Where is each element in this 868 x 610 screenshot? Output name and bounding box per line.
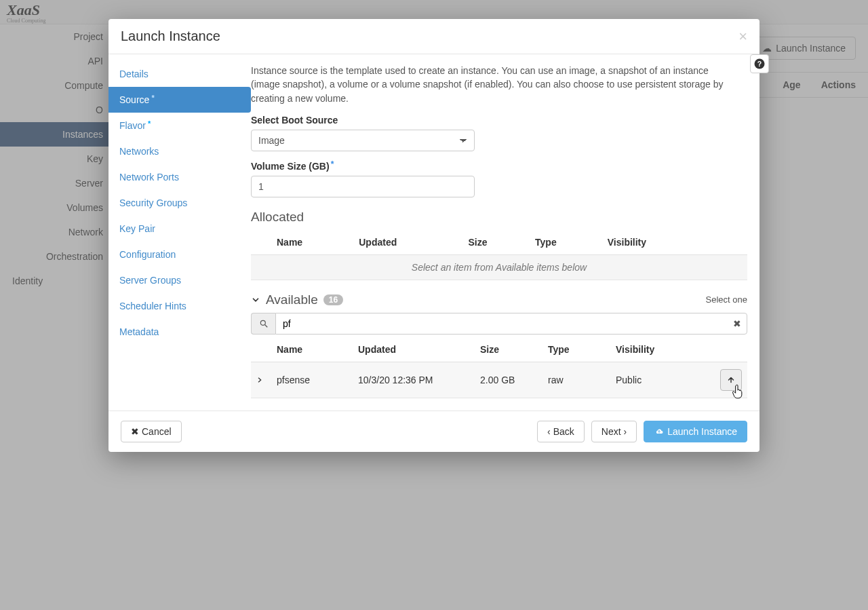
close-icon[interactable]: × (738, 29, 747, 44)
allocated-empty-message: Select an item from Available items belo… (251, 254, 747, 280)
available-filter: ✖ (251, 313, 747, 335)
step-key-pair[interactable]: Key Pair (108, 216, 251, 242)
launch-instance-modal: Launch Instance × Details Source * Flavo… (108, 19, 760, 452)
cloud-upload-icon (654, 427, 665, 436)
row-updated: 10/3/20 12:36 PM (353, 362, 475, 398)
allocate-up-button[interactable] (720, 369, 742, 391)
boot-source-select[interactable]: Image (251, 130, 475, 151)
row-name: pfsense (271, 362, 353, 398)
step-description: Instance source is the template used to … (251, 64, 747, 105)
col-size[interactable]: Size (475, 337, 542, 362)
help-icon[interactable]: ? (750, 54, 769, 73)
col-updated[interactable]: Updated (353, 230, 462, 255)
available-count-badge: 16 (323, 294, 343, 305)
step-source[interactable]: Source * (108, 87, 251, 113)
modal-title: Launch Instance (121, 28, 220, 44)
close-icon: ✖ (131, 426, 139, 437)
cancel-button[interactable]: ✖ Cancel (121, 421, 182, 442)
svg-point-2 (260, 320, 265, 325)
chevron-right-icon: › (624, 426, 627, 437)
col-type[interactable]: Type (542, 337, 610, 362)
search-icon (251, 313, 275, 335)
col-name[interactable]: Name (271, 230, 353, 255)
boot-source-label: Select Boot Source (251, 115, 747, 126)
wizard-nav: Details Source * Flavor * Networks Netwo… (108, 54, 251, 411)
step-networks[interactable]: Networks (108, 138, 251, 164)
col-size[interactable]: Size (463, 230, 530, 255)
step-configuration[interactable]: Configuration (108, 242, 251, 267)
allocated-table: Name Updated Size Type Visibility Select… (251, 230, 747, 280)
clear-filter-icon[interactable]: ✖ (727, 313, 747, 335)
allocated-heading: Allocated (251, 210, 747, 225)
col-type[interactable]: Type (530, 230, 602, 255)
step-metadata[interactable]: Metadata (108, 319, 251, 345)
chevron-left-icon: ‹ (547, 426, 551, 437)
col-visibility[interactable]: Visibility (610, 337, 713, 362)
step-details[interactable]: Details (108, 61, 251, 87)
modal-header: Launch Instance × (108, 19, 760, 54)
svg-line-3 (264, 325, 267, 328)
available-heading: Available 16 Select one (251, 292, 747, 307)
step-network-ports[interactable]: Network Ports (108, 164, 251, 190)
step-scheduler-hints[interactable]: Scheduler Hints (108, 293, 251, 319)
volume-size-input[interactable] (251, 176, 475, 197)
available-table: Name Updated Size Type Visibility pfsens… (251, 337, 747, 398)
next-button[interactable]: Next › (591, 421, 637, 442)
available-row: pfsense 10/3/20 12:36 PM 2.00 GB raw Pub… (251, 362, 747, 398)
col-name[interactable]: Name (271, 337, 353, 362)
chevron-down-icon[interactable] (251, 295, 260, 305)
volume-size-label: Volume Size (GB)* (251, 161, 747, 172)
step-flavor[interactable]: Flavor * (108, 113, 251, 138)
launch-instance-button[interactable]: Launch Instance (644, 421, 747, 442)
modal-footer: ✖ Cancel ‹ Back Next › Launch Instance (108, 411, 760, 452)
available-filter-input[interactable] (275, 313, 747, 335)
chevron-right-icon[interactable] (256, 376, 263, 384)
row-size: 2.00 GB (475, 362, 542, 398)
wizard-content: ? Instance source is the template used t… (251, 54, 760, 411)
select-one-hint: Select one (706, 294, 747, 305)
step-security-groups[interactable]: Security Groups (108, 190, 251, 216)
row-type: raw (542, 362, 610, 398)
row-visibility: Public (610, 362, 713, 398)
col-visibility[interactable]: Visibility (602, 230, 713, 255)
svg-text:?: ? (757, 60, 762, 68)
back-button[interactable]: ‹ Back (537, 421, 585, 442)
step-server-groups[interactable]: Server Groups (108, 267, 251, 293)
col-updated[interactable]: Updated (353, 337, 475, 362)
